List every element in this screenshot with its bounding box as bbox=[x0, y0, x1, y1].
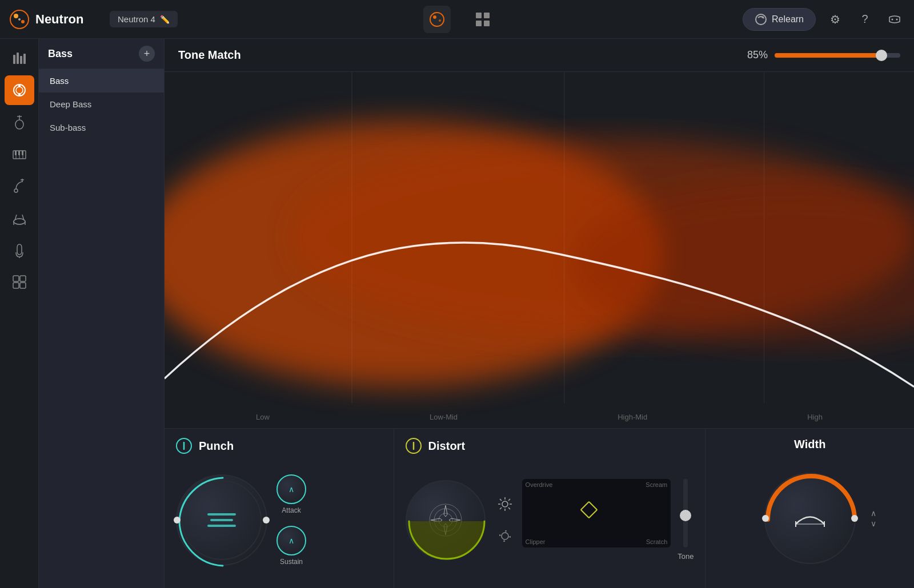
add-instrument-button[interactable]: + bbox=[139, 46, 155, 62]
grid-nav-btn[interactable] bbox=[469, 6, 496, 33]
header-nav bbox=[187, 6, 733, 33]
sustain-knob[interactable]: ∧ bbox=[276, 526, 306, 555]
svg-point-23 bbox=[15, 120, 23, 129]
spectrum-nav-btn[interactable] bbox=[423, 6, 451, 33]
instrument-item-deep-bass[interactable]: Deep Bass bbox=[39, 92, 164, 116]
svg-line-68 bbox=[508, 508, 510, 509]
svg-rect-45 bbox=[13, 283, 19, 288]
distort-toggle[interactable] bbox=[406, 438, 422, 454]
svg-rect-31 bbox=[18, 151, 20, 155]
distort-knob[interactable] bbox=[406, 480, 486, 560]
distort-grid-container: Overdrive Scream Clipper Scratch bbox=[522, 479, 671, 561]
distort-type-grid: Overdrive Scream Clipper Scratch bbox=[522, 479, 671, 547]
distort-green-arc bbox=[406, 480, 488, 562]
spectrum-display: Low Low-Mid High-Mid High bbox=[165, 72, 914, 428]
svg-point-71 bbox=[502, 533, 508, 539]
distort-tone-slider[interactable] bbox=[683, 479, 688, 547]
punch-knob-dot-right bbox=[263, 517, 270, 523]
sidebar-item-vocal[interactable] bbox=[5, 235, 34, 265]
sidebar-item-piano[interactable] bbox=[5, 139, 34, 169]
punch-knob[interactable] bbox=[176, 474, 267, 566]
punch-line-2 bbox=[210, 519, 233, 521]
svg-point-3 bbox=[18, 18, 21, 21]
bottom-controls: Punch bbox=[165, 428, 914, 588]
distort-gear-icon[interactable] bbox=[495, 526, 515, 546]
width-down-arrow[interactable]: ∨ bbox=[871, 519, 876, 527]
instrument-panel: Bass + Bass Deep Bass Sub-bass bbox=[39, 39, 165, 588]
sustain-knob-item: ∧ Sustain bbox=[276, 526, 306, 566]
instrument-panel-header: Bass + bbox=[39, 39, 164, 69]
sidebar-item-eq[interactable] bbox=[5, 43, 34, 73]
punch-sub-knobs: ∧ Attack ∧ Sustain bbox=[276, 474, 306, 566]
svg-line-70 bbox=[500, 508, 502, 509]
width-section: Width bbox=[705, 429, 914, 588]
distort-section: Distort bbox=[394, 429, 706, 588]
width-arc bbox=[764, 473, 858, 566]
distort-title: Distort bbox=[428, 440, 465, 453]
svg-point-5 bbox=[433, 15, 436, 19]
punch-teal-arc bbox=[176, 474, 270, 568]
punch-section: Punch bbox=[165, 429, 394, 588]
sidebar-item-bass[interactable] bbox=[5, 171, 34, 201]
gear-icon bbox=[497, 528, 513, 544]
punch-toggle[interactable] bbox=[176, 438, 192, 454]
distort-body: Overdrive Scream Clipper Scratch bbox=[406, 461, 694, 579]
relearn-label: Relearn bbox=[772, 14, 804, 25]
distort-burst-icon[interactable] bbox=[495, 494, 515, 514]
app-title: Neutron bbox=[35, 12, 83, 27]
svg-point-11 bbox=[756, 14, 766, 25]
vocal-icon bbox=[11, 242, 27, 258]
instrument-item-sub-bass[interactable]: Sub-bass bbox=[39, 116, 164, 139]
sidebar-item-misc[interactable] bbox=[5, 267, 34, 297]
eq-icon bbox=[11, 50, 27, 66]
distort-tone-thumb[interactable] bbox=[680, 510, 691, 521]
punch-knob-dot-left bbox=[174, 517, 181, 523]
relearn-button[interactable]: Relearn bbox=[743, 8, 816, 31]
distort-tone-slider-col: Tone bbox=[678, 479, 693, 561]
distort-position-indicator[interactable] bbox=[583, 504, 595, 516]
svg-rect-46 bbox=[20, 283, 26, 288]
width-knob[interactable] bbox=[764, 473, 856, 564]
punch-lines-icon bbox=[207, 513, 236, 527]
sidebar-item-compressor[interactable] bbox=[5, 75, 34, 105]
midi-button[interactable] bbox=[884, 9, 905, 30]
svg-rect-32 bbox=[22, 151, 23, 155]
distort-header: Distort bbox=[406, 438, 694, 454]
svg-rect-15 bbox=[13, 55, 15, 64]
distort-tone-label: Tone bbox=[678, 552, 693, 561]
distort-label-scream: Scream bbox=[642, 479, 671, 513]
midi-icon bbox=[888, 13, 901, 26]
settings-button[interactable]: ⚙ bbox=[825, 9, 845, 30]
punch-body: ∧ Attack ∧ Sustain bbox=[176, 461, 382, 579]
width-knob-dot-left bbox=[762, 515, 769, 522]
instrument-item-bass[interactable]: Bass bbox=[39, 69, 164, 92]
attack-knob[interactable]: ∧ bbox=[276, 474, 306, 504]
width-up-arrow[interactable]: ∧ bbox=[871, 509, 876, 517]
svg-rect-7 bbox=[476, 13, 482, 18]
svg-rect-22 bbox=[18, 93, 21, 95]
punch-header: Punch bbox=[176, 438, 382, 454]
preset-selector[interactable]: Neutron 4 ✏️ bbox=[110, 11, 178, 27]
svg-point-6 bbox=[439, 19, 441, 22]
svg-point-13 bbox=[892, 18, 893, 20]
tone-match-slider[interactable] bbox=[775, 53, 900, 58]
freq-label-high: High bbox=[807, 413, 823, 421]
svg-line-67 bbox=[500, 499, 502, 501]
sidebar-item-drums[interactable] bbox=[5, 203, 34, 233]
distort-label-clipper: Clipper bbox=[522, 536, 549, 547]
burst-icon bbox=[497, 496, 513, 512]
freq-label-low-mid: Low-Mid bbox=[430, 413, 458, 421]
sustain-label: Sustain bbox=[280, 558, 303, 566]
attack-label: Attack bbox=[282, 506, 300, 514]
tone-match-slider-area: 85% bbox=[747, 49, 900, 61]
tone-match-slider-fill bbox=[775, 53, 881, 58]
help-button[interactable]: ? bbox=[855, 9, 875, 30]
sidebar-item-guitar[interactable] bbox=[5, 107, 34, 137]
distort-type-icons bbox=[495, 479, 515, 561]
tone-match-slider-thumb[interactable] bbox=[876, 50, 887, 61]
frequency-labels: Low Low-Mid High-Mid High bbox=[165, 413, 914, 421]
tone-match-header: Tone Match 85% bbox=[165, 39, 914, 72]
distort-label-scratch: Scratch bbox=[643, 536, 671, 547]
svg-line-69 bbox=[508, 499, 510, 501]
svg-rect-8 bbox=[484, 13, 490, 18]
